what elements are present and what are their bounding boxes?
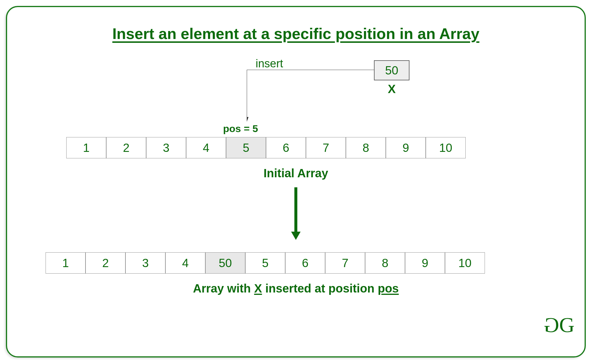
- array-cell: 6: [266, 137, 306, 158]
- logo-g1: G: [546, 313, 559, 337]
- array-cell: 4: [165, 252, 205, 274]
- array-cell: 8: [346, 137, 386, 158]
- result-array-caption: Array with X inserted at position pos: [7, 282, 585, 295]
- array-cell: 2: [106, 137, 146, 158]
- array-cell: 2: [86, 252, 125, 274]
- logo-g2: G: [559, 313, 573, 337]
- array-cell: 50: [205, 252, 245, 274]
- diagram-frame: Insert an element at a specific position…: [6, 6, 586, 358]
- insert-value-box: 50: [374, 60, 409, 80]
- array-cell: 5: [226, 137, 266, 158]
- array-cell: 5: [245, 252, 285, 274]
- array-cell: 1: [66, 137, 106, 158]
- array-cell: 3: [125, 252, 165, 274]
- caption-pos: pos: [378, 282, 399, 295]
- pos-label: pos = 5: [223, 123, 258, 134]
- transform-arrow-icon: [290, 187, 302, 240]
- array-cell: 7: [306, 137, 346, 158]
- result-array: 1234505678910: [46, 252, 485, 274]
- insert-var-label: X: [374, 82, 409, 96]
- diagram-title: Insert an element at a specific position…: [7, 25, 585, 43]
- array-cell: 7: [325, 252, 365, 274]
- insert-label: insert: [256, 57, 283, 70]
- diagram-stage: insert 50 X pos = 5 12345678910 Initial …: [7, 43, 585, 344]
- array-cell: 8: [365, 252, 405, 274]
- array-cell: 9: [386, 137, 426, 158]
- array-cell: 10: [445, 252, 485, 274]
- array-cell: 6: [285, 252, 325, 274]
- initial-array-caption: Initial Array: [7, 167, 585, 180]
- initial-array: 12345678910: [66, 137, 466, 158]
- caption-x: X: [254, 282, 262, 295]
- array-cell: 3: [146, 137, 186, 158]
- array-cell: 1: [46, 252, 86, 274]
- array-cell: 10: [426, 137, 466, 158]
- gfg-logo-icon: GG: [546, 313, 573, 337]
- caption-prefix: Array with: [193, 282, 254, 295]
- array-cell: 9: [405, 252, 445, 274]
- insert-arrow-icon: [247, 70, 374, 123]
- caption-mid: inserted at position: [262, 282, 378, 295]
- array-cell: 4: [186, 137, 226, 158]
